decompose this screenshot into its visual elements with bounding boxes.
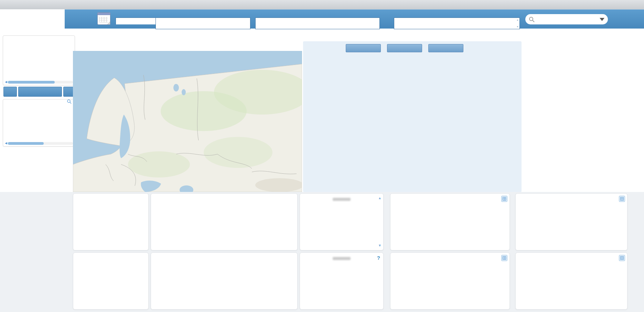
expand-icon[interactable] <box>619 196 625 202</box>
blurred-subtitle <box>333 257 351 260</box>
filial-title <box>3 100 9 103</box>
scroll-left-icon[interactable]: ◀ <box>5 142 7 145</box>
current-selections-panel: ◀ <box>3 35 75 85</box>
card-top-filials <box>390 193 510 250</box>
card-top-systems <box>390 252 510 310</box>
card-title <box>300 194 383 197</box>
h-scrollbar-thumb[interactable] <box>8 142 44 145</box>
calendar-icon <box>97 12 110 25</box>
scroll-left-icon[interactable]: ◀ <box>5 80 7 84</box>
card-title <box>73 194 148 197</box>
logo-area <box>0 9 65 28</box>
search-icon <box>529 17 535 22</box>
card-world-danger-gauge <box>73 193 149 250</box>
search-input[interactable] <box>537 17 598 22</box>
card-title <box>73 253 148 256</box>
current-selections-title <box>3 36 75 39</box>
card-title <box>516 253 627 256</box>
card-top-departments <box>515 252 627 310</box>
filial-panel: ◀ <box>3 99 75 147</box>
filial-search-icon[interactable] <box>67 99 72 104</box>
step-back-button[interactable] <box>3 87 17 97</box>
scroll-up-icon[interactable]: ▲ <box>378 196 382 200</box>
day-scroll-up-icon[interactable]: ▲ <box>516 19 519 21</box>
tab-bar <box>0 0 644 9</box>
expand-icon[interactable] <box>619 255 625 261</box>
search-dropdown-icon[interactable] <box>600 18 604 21</box>
card-title <box>390 194 509 197</box>
clear-selection-button[interactable] <box>18 87 62 97</box>
h-scrollbar-thumb[interactable] <box>8 81 55 84</box>
kpi-panel <box>303 41 522 192</box>
card-top-employees <box>515 193 627 250</box>
card-title <box>516 194 627 197</box>
h-scrollbar[interactable] <box>8 81 73 84</box>
card-index-dynamics <box>151 252 298 310</box>
h-scrollbar[interactable] <box>8 142 73 145</box>
search-box <box>525 14 608 24</box>
card-title <box>151 253 297 256</box>
vuln-analysis-column <box>526 41 633 192</box>
help-icon[interactable]: ? <box>377 255 380 261</box>
incident-map <box>73 51 302 192</box>
card-title <box>390 253 509 256</box>
blurred-subtitle <box>333 198 351 201</box>
scroll-down-icon[interactable]: ▼ <box>378 244 382 247</box>
day-scroll-down-icon[interactable]: ▼ <box>516 25 519 28</box>
filter-bar: ▲▼ <box>65 9 644 29</box>
card-customer-index-gauge: ? <box>300 252 384 310</box>
card-customer-danger-gauge: ▲ ▼ <box>300 193 384 250</box>
card-danger-dynamics <box>151 193 298 250</box>
inview-logo <box>19 9 71 29</box>
card-title <box>300 253 383 256</box>
card-world-index-gauge <box>73 252 149 310</box>
expand-icon[interactable] <box>501 255 507 261</box>
expand-icon[interactable] <box>501 196 507 202</box>
card-title <box>151 194 297 197</box>
